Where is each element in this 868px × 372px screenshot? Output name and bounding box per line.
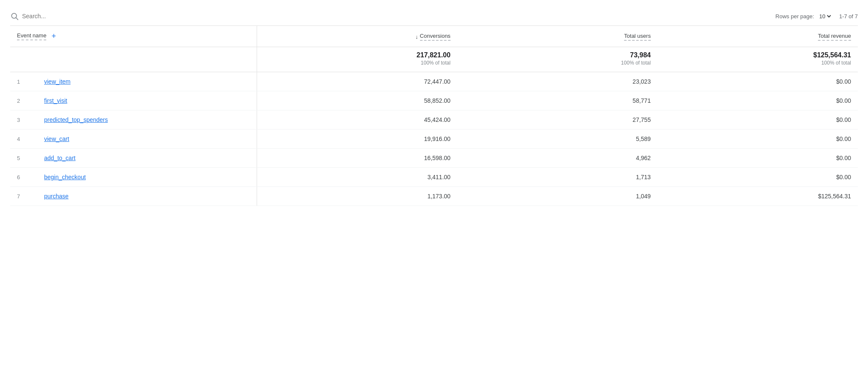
conversions-cell-3: 19,916.00	[257, 130, 457, 149]
users-cell-6: 1,049	[457, 187, 658, 206]
revenue-cell-2: $0.00	[658, 110, 858, 130]
row-number-2: 3	[17, 117, 34, 123]
event-cell-3: 4 view_cart	[10, 130, 257, 149]
search-icon	[10, 12, 19, 20]
conversions-cell-0: 72,447.00	[257, 72, 457, 91]
event-link-0[interactable]: view_item	[44, 78, 70, 85]
totals-users-cell: 73,984 100% of total	[457, 47, 658, 72]
revenue-cell-5: $0.00	[658, 168, 858, 187]
totals-users-pct: 100% of total	[464, 60, 651, 66]
conversions-cell-4: 16,598.00	[257, 149, 457, 168]
revenue-cell-1: $0.00	[658, 91, 858, 110]
toolbar: Rows per page: 10 25 50 1-7 of 7	[10, 8, 858, 26]
th-event-name-label: Event name	[17, 32, 46, 40]
row-number-0: 1	[17, 79, 34, 85]
table-row: 2 first_visit 58,852.00 58,771 $0.00	[10, 91, 858, 110]
totals-revenue-pct: 100% of total	[664, 60, 851, 66]
event-link-3[interactable]: view_cart	[44, 135, 69, 142]
event-cell-2: 3 predicted_top_spenders	[10, 110, 257, 130]
table-row: 1 view_item 72,447.00 23,023 $0.00	[10, 72, 858, 91]
event-link-6[interactable]: purchase	[44, 193, 69, 200]
page-container: Rows per page: 10 25 50 1-7 of 7 Event n…	[0, 0, 868, 372]
th-revenue-label: Total revenue	[818, 33, 851, 41]
conversions-cell-5: 3,411.00	[257, 168, 457, 187]
event-link-5[interactable]: begin_checkout	[44, 174, 86, 180]
event-cell-1: 2 first_visit	[10, 91, 257, 110]
users-cell-4: 4,962	[457, 149, 658, 168]
sort-arrow-icon: ↓	[415, 34, 418, 40]
totals-conversions-cell: 217,821.00 100% of total	[257, 47, 457, 72]
th-conversions: ↓ Conversions	[257, 26, 457, 47]
table-row: 7 purchase 1,173.00 1,049 $125,564.31	[10, 187, 858, 206]
row-number-3: 4	[17, 136, 34, 142]
totals-conversions-value: 217,821.00	[264, 51, 451, 59]
rows-per-page-select[interactable]: 10 25 50	[818, 13, 832, 20]
totals-revenue-value: $125,564.31	[664, 51, 851, 59]
event-link-1[interactable]: first_visit	[44, 97, 67, 104]
svg-line-1	[16, 18, 18, 20]
search-box	[10, 12, 107, 20]
th-total-users: Total users	[457, 26, 658, 47]
row-number-6: 7	[17, 193, 34, 200]
totals-users-value: 73,984	[464, 51, 651, 59]
event-link-4[interactable]: add_to_cart	[44, 155, 76, 161]
totals-conversions-pct: 100% of total	[264, 60, 451, 66]
revenue-cell-4: $0.00	[658, 149, 858, 168]
th-conversions-label: Conversions	[420, 33, 451, 41]
event-cell-0: 1 view_item	[10, 72, 257, 91]
table-header-row: Event name + ↓ Conversions Total users	[10, 26, 858, 47]
totals-event-cell	[10, 47, 257, 72]
conversions-cell-2: 45,424.00	[257, 110, 457, 130]
event-cell-4: 5 add_to_cart	[10, 149, 257, 168]
totals-revenue-cell: $125,564.31 100% of total	[658, 47, 858, 72]
users-cell-2: 27,755	[457, 110, 658, 130]
page-info: 1-7 of 7	[839, 13, 858, 20]
event-cell-5: 6 begin_checkout	[10, 168, 257, 187]
totals-row: 217,821.00 100% of total 73,984 100% of …	[10, 47, 858, 72]
users-cell-3: 5,589	[457, 130, 658, 149]
th-event-name: Event name +	[10, 26, 257, 47]
rows-per-page-label: Rows per page:	[776, 13, 814, 20]
row-number-5: 6	[17, 174, 34, 180]
table-row: 5 add_to_cart 16,598.00 4,962 $0.00	[10, 149, 858, 168]
pagination-controls: Rows per page: 10 25 50 1-7 of 7	[776, 13, 858, 20]
search-input[interactable]	[22, 13, 107, 20]
event-link-2[interactable]: predicted_top_spenders	[44, 116, 108, 123]
th-total-revenue: Total revenue	[658, 26, 858, 47]
users-cell-5: 1,713	[457, 168, 658, 187]
table-row: 4 view_cart 19,916.00 5,589 $0.00	[10, 130, 858, 149]
data-table: Event name + ↓ Conversions Total users	[10, 26, 858, 206]
conversions-cell-6: 1,173.00	[257, 187, 457, 206]
row-number-1: 2	[17, 98, 34, 104]
event-cell-6: 7 purchase	[10, 187, 257, 206]
conversions-cell-1: 58,852.00	[257, 91, 457, 110]
users-cell-0: 23,023	[457, 72, 658, 91]
users-cell-1: 58,771	[457, 91, 658, 110]
revenue-cell-0: $0.00	[658, 72, 858, 91]
row-number-4: 5	[17, 155, 34, 161]
th-users-label: Total users	[624, 33, 651, 41]
table-row: 3 predicted_top_spenders 45,424.00 27,75…	[10, 110, 858, 130]
add-dimension-icon[interactable]: +	[51, 32, 56, 41]
table-body: 1 view_item 72,447.00 23,023 $0.00 2 fir…	[10, 72, 858, 206]
revenue-cell-3: $0.00	[658, 130, 858, 149]
revenue-cell-6: $125,564.31	[658, 187, 858, 206]
table-row: 6 begin_checkout 3,411.00 1,713 $0.00	[10, 168, 858, 187]
